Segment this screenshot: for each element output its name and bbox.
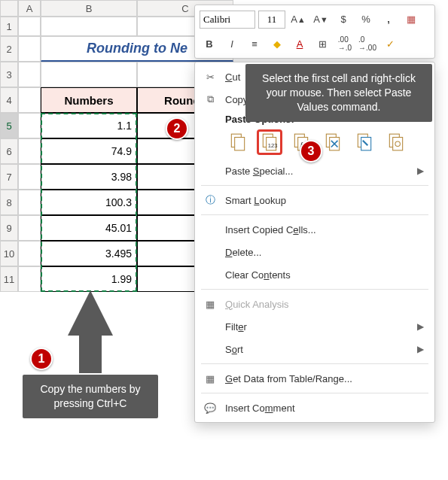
blank-icon	[203, 163, 218, 178]
callout-arrow-1	[60, 290, 120, 373]
align-icon[interactable]: ≡	[245, 34, 264, 53]
svg-marker-0	[68, 290, 113, 373]
ctx-clear-label: Clear Contents	[225, 269, 424, 281]
blank-icon	[203, 342, 218, 357]
row-header-5[interactable]: 5	[0, 113, 18, 138]
blank-icon	[203, 222, 218, 237]
cell-b3[interactable]	[41, 62, 137, 87]
cell-b9[interactable]: 45.01	[41, 215, 137, 241]
cell-b5[interactable]: 1.1	[41, 113, 137, 138]
paste-transpose-icon[interactable]	[320, 129, 346, 155]
font-select[interactable]: Calibri	[200, 11, 255, 29]
separator	[201, 185, 428, 186]
ctx-sort[interactable]: Sort ▶	[195, 338, 434, 360]
decrease-font-icon[interactable]: A▼	[311, 10, 331, 29]
ctx-sort-label: Sort	[225, 344, 410, 355]
ctx-delete-label: Delete...	[225, 247, 424, 258]
cell-a5[interactable]	[18, 113, 41, 138]
cell-b8[interactable]: 100.3	[41, 190, 137, 215]
cell-b7[interactable]: 3.98	[41, 164, 137, 190]
blank-icon	[203, 245, 218, 260]
row-header-4[interactable]: 4	[0, 87, 18, 113]
paste-formatting-icon[interactable]	[352, 129, 377, 155]
header-numbers[interactable]: Numbers	[41, 87, 137, 113]
lookup-icon: ⓘ	[203, 193, 218, 208]
italic-icon[interactable]: I	[222, 34, 242, 53]
paste-link-icon[interactable]	[383, 129, 409, 155]
ctx-comment-label: Insert Comment	[225, 403, 424, 414]
separator	[201, 214, 428, 215]
cell-a2[interactable]	[18, 36, 41, 62]
cell-b11[interactable]: 1.99	[41, 266, 137, 292]
table-style-icon[interactable]: ▦	[401, 10, 421, 29]
cell-b10[interactable]: 3.495	[41, 241, 137, 266]
cell-a4[interactable]	[18, 87, 41, 113]
cell-b1[interactable]	[41, 17, 137, 36]
col-header-a[interactable]: A	[18, 0, 41, 17]
increase-font-icon[interactable]: A▲	[288, 10, 308, 29]
borders-icon[interactable]: ⊞	[312, 34, 332, 53]
ctx-quick-label: Quick Analysis	[225, 299, 424, 310]
col-header-b[interactable]: B	[41, 0, 137, 17]
ctx-insert-label: Insert Copied Cells...	[225, 224, 424, 235]
separator	[201, 289, 428, 290]
row-header-6[interactable]: 6	[0, 138, 18, 164]
cell-a7[interactable]	[18, 164, 41, 190]
decrease-decimal-icon[interactable]: .00→.0	[335, 34, 355, 53]
separator	[201, 393, 428, 393]
font-color-icon[interactable]: A	[290, 34, 309, 53]
currency-icon[interactable]: $	[334, 10, 353, 29]
chevron-right-icon: ▶	[417, 321, 424, 332]
ctx-insert[interactable]: Insert Copied Cells...	[195, 218, 434, 241]
cell-a11[interactable]	[18, 266, 41, 292]
ctx-smart-lookup[interactable]: ⓘ Smart Lookup	[195, 189, 434, 211]
ctx-get-data[interactable]: ▦ Get Data from Table/Range...	[195, 367, 434, 390]
blank-icon	[203, 267, 218, 282]
cell-a3[interactable]	[18, 62, 41, 87]
row-header-11[interactable]: 11	[0, 266, 18, 292]
step-badge-3: 3	[300, 140, 322, 163]
callout-copy: Copy the numbers by pressing Ctrl+C	[23, 375, 158, 418]
row-header-7[interactable]: 7	[0, 164, 18, 190]
row-header-10[interactable]: 10	[0, 241, 18, 266]
cell-a9[interactable]	[18, 215, 41, 241]
ctx-filter-label: Filter	[225, 321, 410, 333]
cell-b6[interactable]: 74.9	[41, 138, 137, 164]
ctx-comment[interactable]: 💬 Insert Comment	[195, 396, 434, 419]
ctx-paste-special[interactable]: Paste Special... ▶	[195, 159, 434, 182]
step-badge-2: 2	[166, 117, 188, 140]
svg-rect-14	[393, 138, 403, 150]
ctx-filter[interactable]: Filter ▶	[195, 315, 434, 338]
fontsize-select[interactable]: 11	[258, 11, 285, 29]
ctx-smart-lookup-label: Smart Lookup	[225, 195, 424, 206]
ctx-clear[interactable]: Clear Contents	[195, 263, 434, 286]
cell-a6[interactable]	[18, 138, 41, 164]
format-painter-icon[interactable]: ✓	[380, 34, 400, 53]
paste-values-icon[interactable]: 123	[257, 129, 282, 155]
select-all-corner[interactable]	[0, 0, 18, 17]
paste-all-icon[interactable]	[225, 129, 251, 155]
cell-a10[interactable]	[18, 241, 41, 266]
percent-icon[interactable]: %	[356, 10, 376, 29]
ctx-quick-analysis: ▦ Quick Analysis	[195, 293, 434, 315]
row-header-3[interactable]: 3	[0, 62, 18, 87]
tooltip-paste-values: Select the first cell and right-click yo…	[245, 64, 432, 122]
separator	[201, 363, 428, 364]
row-header-2[interactable]: 2	[0, 36, 18, 62]
cell-a1[interactable]	[18, 17, 41, 36]
row-header-9[interactable]: 9	[0, 215, 18, 241]
ctx-delete[interactable]: Delete...	[195, 241, 434, 263]
chevron-right-icon: ▶	[417, 166, 424, 176]
scissors-icon: ✂	[203, 69, 218, 84]
fill-color-icon[interactable]: ◆	[267, 34, 287, 53]
bold-icon[interactable]: B	[200, 34, 219, 53]
cell-a8[interactable]	[18, 190, 41, 215]
row-header-8[interactable]: 8	[0, 190, 18, 215]
quick-analysis-icon: ▦	[203, 296, 218, 311]
row-header-1[interactable]: 1	[0, 17, 18, 36]
svg-rect-2	[235, 138, 245, 150]
increase-decimal-icon[interactable]: .0→.00	[358, 34, 377, 53]
comma-icon[interactable]: ,	[379, 10, 398, 29]
blank-icon	[203, 319, 218, 334]
ctx-paste-special-label: Paste Special...	[225, 166, 410, 177]
